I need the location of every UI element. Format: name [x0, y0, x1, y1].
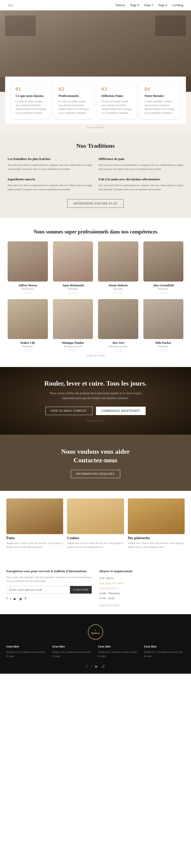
team-photo-1: [53, 241, 93, 282]
traditions-grid: Les friandises les plus fraîches Duis au…: [8, 157, 183, 191]
footer-youtube-icon[interactable]: ▶: [95, 664, 98, 669]
member-social-0: f ◻ in: [8, 291, 48, 294]
dark-text: Nous savons d'offrir des produits de la …: [45, 391, 146, 401]
card-0-title: Ce que nous faisons: [16, 94, 47, 98]
team-photo-6: [98, 299, 138, 339]
product-desc-2: Sample text. Click to select the text bo…: [128, 541, 185, 549]
team-photo-5: [53, 299, 93, 339]
contact-section: Nous voulons vous aider Contactez-nous I…: [0, 435, 191, 491]
nav-page5[interactable]: Page 5: [144, 3, 153, 7]
facebook-icon[interactable]: f: [160, 291, 161, 294]
instagram-icon[interactable]: ◻: [26, 291, 28, 294]
newsletter: Enregistrez-vous pour recevoir le bullet…: [6, 569, 92, 607]
instagram-icon[interactable]: ◻: [162, 291, 164, 294]
professionals-title: Nous sommes super professionnels dans no…: [8, 228, 183, 235]
traditions-section: Nos Traditions Les friandises les plus f…: [0, 132, 191, 218]
instagram-icon[interactable]: ◻: [72, 291, 73, 294]
tradition-2: Ingrédients sourcés Duis aute irure dolo…: [8, 177, 92, 191]
logo: logo: [8, 3, 13, 7]
member-social-6: f ◻ in: [98, 349, 138, 351]
product-image-1: [67, 498, 124, 534]
card-0-num: 01: [16, 86, 47, 92]
dark-credit: Image de Freepik: [8, 419, 183, 422]
tradition-1-text: Duis aute irure dolor in reprehenderit i…: [99, 163, 183, 171]
instagram-icon[interactable]: ◻: [26, 349, 28, 351]
linkedin-icon[interactable]: in: [120, 291, 121, 294]
instagram-icon[interactable]: ◻: [162, 349, 164, 351]
facebook-icon[interactable]: f: [115, 349, 115, 351]
tradition-3-title: Fait à la main avec des farines sélectio…: [99, 177, 183, 181]
cards-row: 01 Ce que nous faisons Ut enim ad minim …: [5, 76, 186, 124]
linkedin-icon[interactable]: in: [165, 291, 167, 294]
member-name-6: Alex Vert: [98, 341, 138, 345]
location-address-link[interactable]: New York, NY 10007: [99, 582, 124, 585]
nav-page6[interactable]: Page 6: [158, 3, 167, 7]
footer-facebook-icon[interactable]: f: [86, 664, 87, 669]
product-name-2: Des pâtisseries: [128, 536, 185, 540]
location-phone[interactable]: (123) 456-2253: [99, 587, 117, 590]
facebook-icon[interactable]: f: [70, 291, 70, 294]
dark-title: Rouler, lever et cuire. Tous les jours.: [8, 380, 183, 388]
footer: ✦ Bakery Gros titre Sample text. Exemple…: [0, 614, 191, 674]
member-name-7: Mila Parker: [143, 341, 184, 345]
subscribe-button[interactable]: S'INSCRIRE: [70, 586, 92, 594]
facebook-icon[interactable]: f: [115, 291, 115, 294]
linkedin-icon[interactable]: in: [165, 349, 167, 351]
footer-columns: Gros titre Sample text. Exemple de note …: [6, 645, 185, 658]
facebook-icon[interactable]: f: [160, 349, 161, 351]
instagram-social-icon[interactable]: ◉: [19, 597, 22, 601]
bottom-info: Enregistrez-vous pour recevoir le bullet…: [0, 562, 191, 614]
facebook-icon[interactable]: f: [24, 291, 25, 294]
member-name-4: Walter Lily: [8, 341, 48, 345]
footer-col-1-text: Sample text. Exemple de note de pied de …: [52, 650, 93, 658]
order-button[interactable]: COMMANDEZ MAINTENANT: [96, 407, 146, 415]
info-button[interactable]: INFORMATIONS REQUISES: [71, 470, 120, 478]
facebook-icon[interactable]: f: [24, 349, 25, 351]
nav-links: Bakery Page 4 Page 5 Page 6 Landing: [116, 3, 183, 7]
card-2-text: Ut enim ad minim veniam, quis nostrud ex…: [102, 99, 133, 115]
location: Heures et emplacement 14 E 13th St, New …: [99, 569, 185, 607]
email-input[interactable]: [6, 586, 70, 594]
youtube-social-icon[interactable]: ▶: [14, 597, 17, 601]
instagram-icon[interactable]: ◻: [117, 291, 118, 294]
footer-logo-name: Bakery: [91, 631, 100, 634]
footer-col-3-text: Sample text. Exemple de note de pied de …: [144, 650, 185, 658]
footer-at-icon[interactable]: @: [102, 664, 105, 669]
newsletter-text: Vous voulez être à premier à lire nos ac…: [6, 575, 92, 583]
footer-col-1: Gros titre Sample text. Exemple de note …: [52, 645, 93, 658]
facebook-social-icon[interactable]: f: [6, 597, 8, 601]
linkedin-icon[interactable]: in: [75, 291, 76, 294]
member-role-6: Partenaire associé: [98, 345, 138, 348]
facebook-icon[interactable]: f: [70, 349, 70, 351]
professionals-section: Nous sommes super professionnels dans no…: [0, 218, 191, 367]
linkedin-icon[interactable]: in: [120, 349, 121, 351]
pinterest-social-icon[interactable]: P: [25, 597, 27, 601]
product-2: Des pâtisseries Sample text. Click to se…: [128, 498, 185, 549]
tradition-0-text: Duis aute irure dolor in reprehenderit i…: [8, 163, 92, 171]
nav-landing[interactable]: Landing: [172, 3, 183, 7]
linkedin-icon[interactable]: in: [29, 291, 31, 294]
nav-page4[interactable]: Page 4: [130, 3, 139, 7]
footer-twitter-icon[interactable]: t: [91, 664, 92, 669]
member-role-0: Propriétaire: [8, 287, 48, 290]
footer-col-0-title: Gros titre: [6, 645, 47, 649]
product-image-2: [128, 498, 185, 534]
tradition-1-title: Différence de pain: [99, 157, 183, 161]
team-member-5: Monique Pouliot Partenaire associé f ◻ i…: [53, 299, 93, 352]
member-role-5: Partenaire associé: [53, 345, 93, 348]
instagram-icon[interactable]: ◻: [72, 349, 73, 351]
menu-button[interactable]: VOIR LE MENU COMPLET: [45, 407, 92, 415]
card-2: 03 Délicieux Pains Ut enim ad minim veni…: [98, 82, 137, 119]
team-member-1: Anne Richmond Partenaire f ◻ in: [53, 241, 93, 294]
member-social-2: f ◻ in: [98, 291, 138, 294]
linkedin-icon[interactable]: in: [29, 349, 31, 351]
product-desc-0: Sample text. Click to select the text bo…: [6, 541, 63, 549]
twitter-social-icon[interactable]: t: [10, 597, 11, 601]
linkedin-icon[interactable]: in: [75, 349, 76, 351]
footer-logo-text: ✦: [94, 629, 97, 631]
dark-section: Rouler, lever et cuire. Tous les jours. …: [0, 367, 191, 435]
member-social-4: f ◻ in: [8, 349, 48, 351]
nav-bakery[interactable]: Bakery: [116, 3, 125, 7]
learn-more-button[interactable]: APPRENDRE ENCORE PLUS: [67, 199, 124, 208]
instagram-icon[interactable]: ◻: [117, 349, 118, 351]
